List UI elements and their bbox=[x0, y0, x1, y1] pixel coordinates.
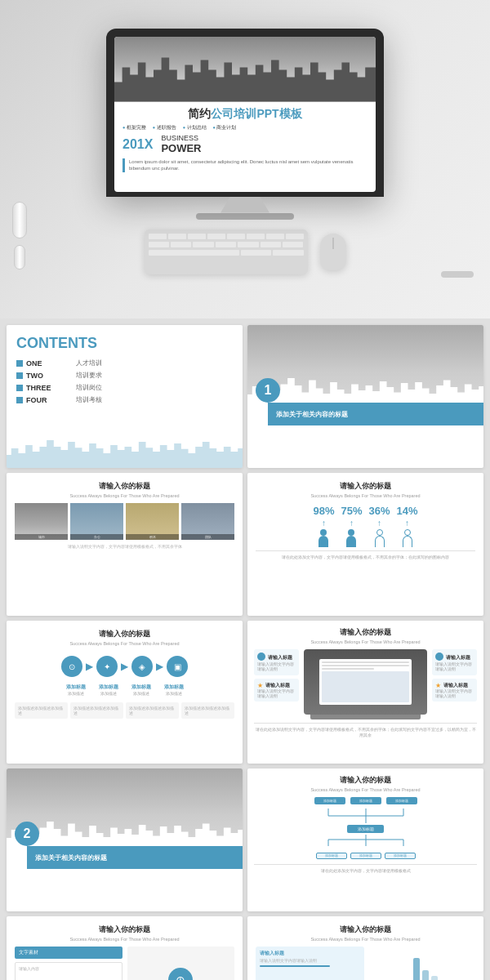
contents-square-2 bbox=[16, 372, 23, 379]
process-desc-1: 添加描述 bbox=[68, 691, 84, 696]
cylinder-short bbox=[14, 245, 25, 270]
screen-subtitle-row: 201X BUSINESSPOWER bbox=[122, 134, 368, 155]
slide-section2: 2 添加关于相关内容的标题 bbox=[7, 768, 243, 911]
photo-office: 办公 bbox=[70, 503, 123, 540]
bottom-items: 添加描述添加描述添加描述 添加描述添加描述添加描述 添加描述添加描述添加描述 添… bbox=[15, 702, 234, 719]
human-icon-4 bbox=[403, 529, 412, 547]
stat-value-2: 75% bbox=[341, 505, 362, 517]
star-icon: ★ bbox=[257, 682, 263, 689]
laptop-right: 请输入标题 请输入说明文字内容请输入说明 ★ 请输入标题 请输入说明文字内容请输… bbox=[432, 649, 477, 719]
slide10-title-1: 请输入标题 bbox=[260, 951, 360, 956]
human-icon-3 bbox=[375, 529, 385, 547]
human-icon-1 bbox=[318, 529, 328, 547]
slide10-right: 01 02 03 04 bbox=[368, 947, 476, 980]
key bbox=[238, 242, 258, 247]
screen-year: 201X bbox=[122, 137, 153, 152]
photo-grid: 城市 办公 积木 团队 bbox=[15, 503, 234, 540]
key bbox=[149, 234, 167, 239]
right-box-2: ★ 请输入标题 请输入说明文字内容请输入说明 bbox=[432, 679, 477, 702]
right-icon-1 bbox=[435, 653, 443, 661]
slide-tree: 请输入你的标题 Success Always Belongs For Those… bbox=[247, 768, 483, 911]
slide8-subheading: Success Always Belongs For Those Who Are… bbox=[254, 787, 477, 792]
human-head-2 bbox=[348, 529, 354, 536]
bottom-text-4: 添加描述添加描述添加描述 bbox=[185, 706, 231, 715]
key bbox=[273, 250, 303, 256]
hero-section: 简约公司培训PPT模板 框架完整 述职报告 计划总结 商业计划 201X BUS… bbox=[0, 0, 490, 318]
tree-bottom-connector bbox=[309, 835, 423, 851]
key-row-2 bbox=[149, 242, 304, 247]
contents-row-3: THREE 培训岗位 bbox=[16, 383, 233, 392]
tree-sub-2: 添加标题 bbox=[350, 853, 381, 859]
spacebar bbox=[149, 250, 240, 256]
laptop-content-area bbox=[322, 671, 409, 702]
process-icons: ⊙ ▶ ✦ ▶ ◈ ▶ ▣ bbox=[15, 656, 234, 677]
tree-sub-1: 添加标题 bbox=[316, 853, 347, 859]
key bbox=[193, 242, 213, 247]
slide-laptop: 请输入你的标题 Success Always Belongs For Those… bbox=[247, 621, 483, 764]
human-body-1 bbox=[318, 536, 328, 547]
slide10-stat-item-2: 02 bbox=[413, 958, 420, 981]
left-box-2: ★ 请输入标题 请输入说明文字内容请输入说明 bbox=[254, 679, 299, 702]
slide-photos: 请输入你的标题 Success Always Belongs For Those… bbox=[7, 473, 243, 616]
photo-label-4: 团队 bbox=[181, 534, 234, 540]
slide-contents: CONTENTS ONE 人才培训 TWO 培训要求 THREE bbox=[7, 325, 243, 468]
screen-description: Lorem ipsum dolor sit amet, consectetur … bbox=[122, 158, 368, 172]
photo-city: 城市 bbox=[15, 503, 68, 540]
key-row-1 bbox=[149, 234, 304, 239]
slide5-heading: 请输入你的标题 bbox=[15, 629, 234, 639]
section2-number: 2 bbox=[15, 822, 39, 846]
bottom-text-2: 添加描述添加描述添加描述 bbox=[74, 706, 120, 715]
left-text-2: 请输入说明文字内容请输入说明 bbox=[257, 689, 296, 699]
slide6-text: 请在此处添加说明文字内容，文字内容请使用模板格式，不用其余的字体；在此填写的文字… bbox=[254, 727, 477, 738]
lamp-base bbox=[441, 271, 474, 278]
tree-node-top-3: 添加标题 bbox=[386, 797, 417, 804]
key bbox=[286, 234, 304, 239]
slide9-heading: 请输入你的标题 bbox=[15, 924, 234, 935]
contents-row-4: FOUR 培训考核 bbox=[16, 395, 233, 404]
slide4-subheading: Success Always Belongs For Those Who Are… bbox=[256, 493, 475, 498]
key bbox=[188, 234, 206, 239]
contents-square-1 bbox=[16, 360, 23, 367]
divider-6 bbox=[254, 723, 477, 724]
stat-2: 75% ↑ bbox=[341, 505, 362, 547]
bar-4 bbox=[431, 976, 438, 980]
screen-power: BUSINESSPOWER bbox=[161, 134, 201, 155]
contents-row-2: TWO 培训要求 bbox=[16, 371, 233, 380]
process-icon-4: ▣ bbox=[167, 656, 188, 677]
right-box-1: 请输入标题 请输入说明文字内容请输入说明 bbox=[432, 649, 477, 675]
bar-2 bbox=[413, 958, 420, 981]
process-icon-1: ⊙ bbox=[61, 656, 82, 677]
process-item-1: 添加标题 添加描述 bbox=[66, 684, 86, 696]
tree-root: 添加标题 bbox=[347, 825, 384, 833]
process-icon-2: ✦ bbox=[96, 656, 118, 677]
tree-bottom-text: 请在此处添加文字内容，文字内容请使用模板格式 bbox=[254, 864, 477, 874]
process-desc-2: 添加描述 bbox=[100, 691, 117, 696]
contents-items: ONE 人才培训 TWO 培训要求 THREE 培训岗位 bbox=[16, 359, 233, 404]
laptop-line-2 bbox=[322, 665, 409, 666]
contents-desc-4: 培训考核 bbox=[76, 395, 102, 404]
laptop-left: 请输入标题 请输入说明文字内容请输入说明 ★ 请输入标题 请输入说明文字内容请输… bbox=[254, 649, 299, 719]
slide10-box-1: 请输入标题 请输入说明文字内容请输入说明 bbox=[256, 947, 364, 980]
slide-process: 请输入你的标题 Success Always Belongs For Those… bbox=[7, 621, 243, 764]
contents-label-2: TWO bbox=[16, 372, 69, 380]
human-icon-2 bbox=[346, 529, 356, 547]
contents-desc-2: 培训要求 bbox=[76, 371, 102, 380]
slide9-right-box: ⊕ 添加内容 bbox=[127, 947, 235, 980]
stat-value-3: 36% bbox=[369, 505, 390, 517]
stats-row: 98% ↑ 75% ↑ 36% ↑ bbox=[256, 505, 475, 547]
laptop-screen-inner bbox=[319, 659, 412, 705]
process-label-2: 添加标题 bbox=[99, 684, 118, 691]
slide9-left: 文字素材 请输入内容 bbox=[15, 947, 122, 980]
key bbox=[168, 234, 186, 239]
human-head-1 bbox=[320, 529, 327, 536]
contents-row-1: ONE 人才培训 bbox=[16, 359, 233, 368]
screen-title: 简约公司培训PPT模板 bbox=[122, 107, 368, 122]
tree-root-text: 添加标题 bbox=[358, 827, 374, 831]
decoration-right bbox=[441, 271, 474, 278]
bullet-2: 述职报告 bbox=[153, 125, 176, 131]
city-silhouette bbox=[7, 435, 243, 468]
bullet-3: 计划总结 bbox=[183, 125, 207, 131]
slide-10: 请输入你的标题 Success Always Belongs For Those… bbox=[247, 916, 483, 980]
laptop-image bbox=[304, 649, 427, 715]
key bbox=[171, 242, 191, 247]
